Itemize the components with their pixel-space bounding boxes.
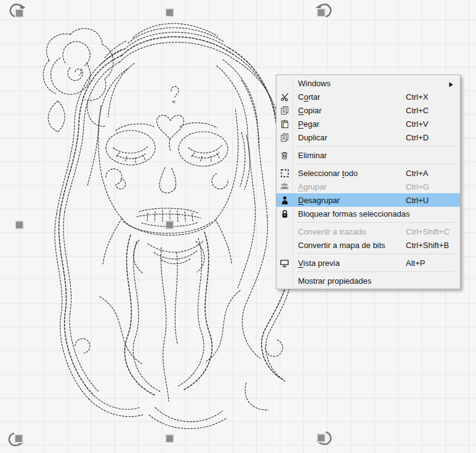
submenu-arrow-icon (449, 80, 453, 89)
selection-handle-top-center[interactable] (166, 9, 173, 16)
select-all-icon (276, 169, 292, 178)
menu-item-agrupar: Agrupar Ctrl+G (276, 180, 460, 193)
shortcut-label: Alt+P (406, 259, 425, 268)
selection-handle-bottom-right[interactable] (318, 435, 325, 441)
shortcut-label: Ctrl+Shift+B (406, 241, 449, 250)
duplicate-icon (276, 133, 292, 142)
copy-icon (276, 106, 292, 115)
menu-separator (297, 254, 454, 254)
trash-icon (276, 151, 292, 160)
shortcut-label: Ctrl+A (406, 169, 428, 178)
menu-separator (297, 164, 454, 164)
menu-item-vista-previa[interactable]: Vista previa Alt+P (276, 256, 460, 270)
scissors-icon (276, 92, 292, 102)
menu-item-convertir-a-trazado: Convertir a trazado Ctrl+Shift+C (276, 225, 460, 238)
menu-item-copiar[interactable]: Copiar Ctrl+C (276, 103, 460, 117)
selection-handle-center[interactable] (166, 222, 173, 228)
person-icon (276, 196, 292, 205)
paste-icon (276, 119, 292, 129)
menu-item-seleccionar-todo[interactable]: Seleccionar todo Ctrl+A (276, 166, 460, 180)
menu-item-convertir-a-mapa-de-bits[interactable]: Convertir a mapa de bits Ctrl+Shift+B (276, 238, 460, 252)
shortcut-label: Ctrl+C (406, 106, 429, 115)
shortcut-label: Ctrl+X (406, 92, 428, 102)
menu-separator (297, 222, 454, 223)
selection-handle-middle-left[interactable] (16, 222, 23, 228)
selection-handle-bottom-center[interactable] (166, 435, 173, 442)
shortcut-label: Ctrl+D (406, 133, 429, 142)
menu-item-bloquear-formas[interactable]: Bloquear formas seleccionadas (276, 207, 460, 220)
shortcut-label: Ctrl+G (406, 182, 429, 191)
drawing-canvas[interactable]: { "canvas": { "subject": "dashed engravi… (0, 0, 476, 453)
menu-separator (297, 146, 454, 146)
menu-item-desagrupar[interactable]: Desagrupar Ctrl+U (276, 193, 460, 207)
menu-separator (297, 271, 454, 272)
menu-item-pegar[interactable]: Pegar Ctrl+V (276, 117, 460, 130)
menu-item-mostrar-propiedades[interactable]: Mostrar propiedades (276, 274, 460, 287)
lock-icon (276, 209, 292, 218)
selection-handle-top-right[interactable] (318, 9, 325, 16)
menu-item-eliminar[interactable]: Eliminar (276, 148, 460, 162)
menu-item-cortar[interactable]: Cortar Ctrl+X (276, 90, 460, 103)
shortcut-label: Ctrl+Shift+C (406, 227, 450, 236)
shortcut-label: Ctrl+U (406, 196, 429, 205)
shortcut-label: Ctrl+V (406, 119, 428, 129)
menu-item-duplicar[interactable]: Duplicar Ctrl+D (276, 130, 460, 144)
menu-item-windows[interactable]: Windows (276, 76, 460, 90)
selection-handle-top-left[interactable] (16, 10, 23, 17)
context-menu: Windows Cortar Ctrl+X Copiar Ctrl+C Pega… (276, 74, 461, 289)
selection-handle-bottom-left[interactable] (15, 435, 22, 442)
group-icon (276, 182, 292, 191)
monitor-icon (276, 259, 292, 268)
